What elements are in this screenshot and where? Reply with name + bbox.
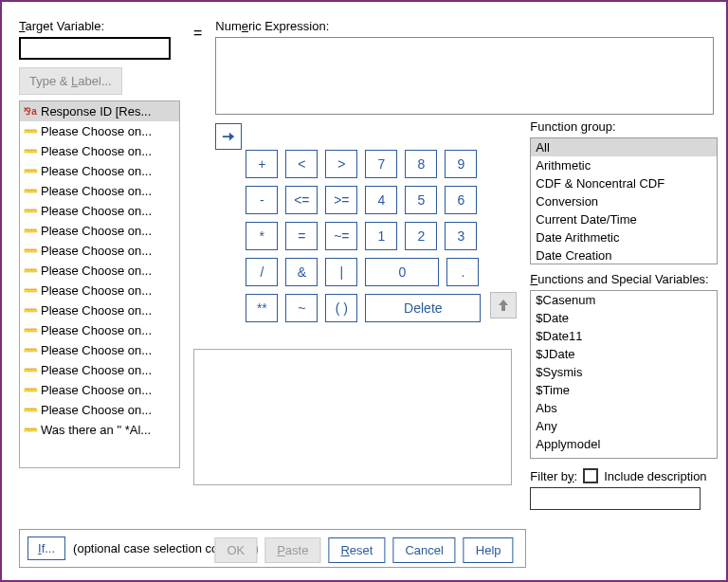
function-group-item[interactable]: All (531, 138, 717, 156)
variable-list-item[interactable]: 📏Please Choose on... (20, 380, 179, 400)
include-description-checkbox[interactable] (583, 468, 598, 483)
scale-var-icon: 📏 (21, 401, 39, 419)
variable-list-item[interactable]: 📏Please Choose on... (20, 201, 179, 221)
scale-var-icon: 📏 (21, 381, 39, 399)
function-group-list[interactable]: AllArithmeticCDF & Noncentral CDFConvers… (530, 137, 718, 264)
keypad-2-button[interactable]: 2 (405, 222, 437, 250)
variable-list-item[interactable]: 📏Please Choose on... (20, 221, 179, 241)
function-group-item[interactable]: Date Arithmetic (531, 228, 717, 246)
function-group-item[interactable]: Date Creation (531, 246, 717, 264)
keypad--button[interactable]: & (285, 258, 318, 286)
variable-name: Please Choose on... (41, 403, 152, 417)
keypad--button[interactable]: | (325, 258, 357, 286)
keypad--button[interactable]: < (285, 150, 318, 178)
keypad--button[interactable]: . (446, 258, 479, 286)
keypad--button[interactable]: + (246, 150, 278, 178)
scale-var-icon: 📏 (21, 122, 39, 140)
function-item[interactable]: $Time (531, 381, 717, 399)
keypad--button[interactable]: - (246, 186, 278, 214)
variable-list-item[interactable]: ⅋aResponse ID [Res... (20, 101, 179, 121)
keypad--button[interactable]: ** (246, 294, 278, 322)
target-variable-input[interactable] (19, 37, 171, 60)
keypad-4-button[interactable]: 4 (365, 186, 397, 214)
variable-list-item[interactable]: 📏Please Choose on... (20, 340, 179, 360)
filter-by-label: Filter by: (530, 469, 577, 483)
keypad--button[interactable]: ~ (285, 294, 318, 322)
help-button[interactable]: Help (464, 537, 514, 563)
keypad-8-button[interactable]: 8 (405, 150, 437, 178)
function-item[interactable]: $Sysmis (531, 363, 717, 381)
function-item[interactable]: $Date11 (531, 327, 717, 345)
move-up-arrow-button (490, 292, 517, 318)
keypad-5-button[interactable]: 5 (405, 186, 437, 214)
keypad--button[interactable]: >= (325, 186, 357, 214)
keypad--button[interactable]: / (246, 258, 278, 286)
variable-list-item[interactable]: 📏Please Choose on... (20, 281, 179, 300)
variable-name: Please Choose on... (41, 144, 152, 158)
cancel-button[interactable]: Cancel (392, 537, 455, 563)
variable-list-item[interactable]: 📏Please Choose on... (20, 400, 179, 420)
function-item[interactable]: Any (531, 417, 717, 435)
function-item[interactable]: Abs (531, 399, 717, 417)
keypad-Delete-button[interactable]: Delete (365, 294, 481, 322)
if-button[interactable]: If... (27, 537, 65, 560)
variable-list-item[interactable]: 📏Was there an " *Al... (20, 420, 179, 440)
function-group-item[interactable]: CDF & Noncentral CDF (531, 174, 717, 192)
keypad--button[interactable]: ( ) (325, 294, 357, 322)
function-item[interactable]: Applymodel (531, 435, 717, 453)
variable-list[interactable]: ⅋aResponse ID [Res...📏Please Choose on..… (19, 100, 180, 468)
scale-var-icon: 📏 (21, 242, 39, 260)
keypad--button[interactable]: * (246, 222, 278, 250)
keypad-0-button[interactable]: 0 (365, 258, 439, 286)
keypad-3-button[interactable]: 3 (445, 222, 477, 250)
variable-list-item[interactable]: 📏Please Choose on... (20, 241, 179, 261)
filter-input[interactable] (530, 487, 701, 510)
variable-list-item[interactable]: 📏Please Choose on... (20, 121, 179, 141)
keypad-1-button[interactable]: 1 (365, 222, 397, 250)
keypad-7-button[interactable]: 7 (365, 150, 397, 178)
ok-button: OK (214, 537, 257, 563)
scale-var-icon: 📏 (21, 182, 39, 200)
variable-name: Please Choose on... (41, 343, 152, 357)
function-item[interactable]: $JDate (531, 345, 717, 363)
keypad-6-button[interactable]: 6 (445, 186, 477, 214)
function-group-item[interactable]: Conversion (531, 192, 717, 210)
variable-list-item[interactable]: 📏Please Choose on... (20, 161, 179, 181)
scale-var-icon: 📏 (21, 321, 39, 339)
variable-name: Please Choose on... (41, 283, 152, 298)
variable-name: Response ID [Res... (41, 104, 151, 118)
variable-list-item[interactable]: 📏Please Choose on... (20, 261, 179, 281)
include-description-label: Include description (604, 469, 706, 483)
variable-list-item[interactable]: 📏Please Choose on... (20, 360, 179, 380)
variable-list-item[interactable]: 📏Please Choose on... (20, 181, 179, 201)
dialog-buttons: OK Paste Reset Cancel Help (214, 537, 513, 563)
keypad--button[interactable]: ~= (325, 222, 357, 250)
scale-var-icon: 📏 (21, 301, 39, 319)
function-group-item[interactable]: Arithmetic (531, 156, 717, 174)
function-item[interactable]: $Date (531, 309, 717, 327)
keypad--button[interactable]: > (325, 150, 357, 178)
equals-sign: = (193, 19, 202, 42)
function-group-item[interactable]: Current Date/Time (531, 210, 717, 228)
variable-list-item[interactable]: 📏Please Choose on... (20, 320, 179, 340)
function-item[interactable]: Arsin (531, 453, 717, 459)
function-item[interactable]: $Casenum (531, 291, 717, 309)
move-right-arrow-button[interactable] (215, 123, 242, 150)
keypad--button[interactable]: = (285, 222, 318, 250)
variable-name: Was there an " *Al... (41, 423, 151, 437)
arrow-up-icon (497, 299, 510, 312)
scale-var-icon: 📏 (21, 341, 39, 359)
numeric-expression-textarea[interactable] (215, 37, 714, 115)
string-var-icon: ⅋a (24, 105, 37, 118)
target-variable-label: Target Variable: (19, 19, 180, 33)
description-area (193, 349, 512, 485)
variable-list-item[interactable]: 📏Please Choose on... (20, 300, 179, 320)
variable-list-item[interactable]: 📏Please Choose on... (20, 141, 179, 161)
variable-name: Please Choose on... (41, 303, 152, 318)
scale-var-icon: 📏 (21, 282, 39, 300)
functions-list[interactable]: $Casenum$Date$Date11$JDate$Sysmis$TimeAb… (530, 290, 718, 459)
keypad-9-button[interactable]: 9 (445, 150, 477, 178)
keypad--button[interactable]: <= (285, 186, 318, 214)
reset-button[interactable]: Reset (328, 537, 385, 563)
calculator-keypad: +<>789-<=>=456*=~=123/&|0.**~( )Delete (246, 150, 481, 330)
